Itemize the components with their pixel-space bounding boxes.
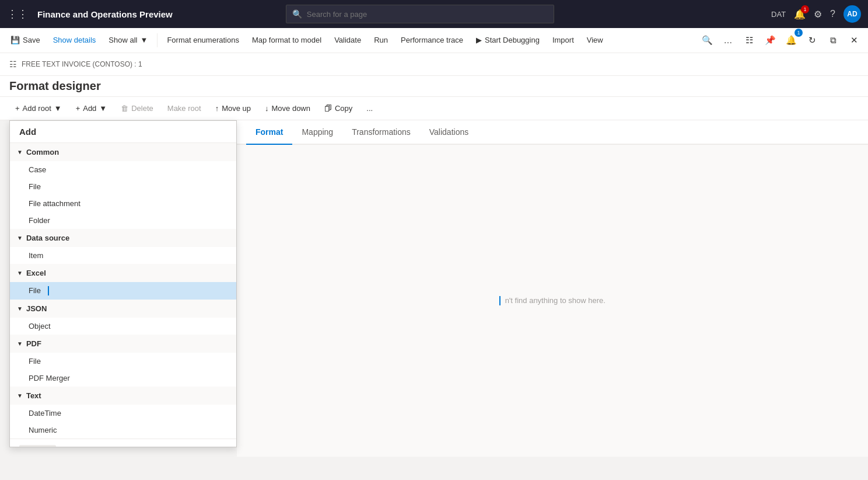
dropdown-footer: Add [10, 439, 236, 447]
section-text[interactable]: ▼ Text [10, 387, 236, 405]
search-input[interactable] [307, 10, 548, 19]
item-common-case[interactable]: Case [10, 161, 236, 178]
add-root-button[interactable]: + Add root ▼ [9, 100, 68, 116]
item-pdf-file[interactable]: File [10, 353, 236, 370]
chevron-pdf-icon: ▼ [17, 340, 23, 347]
item-json-object[interactable]: Object [10, 318, 236, 335]
item-pdf-merger[interactable]: PDF Merger [10, 370, 236, 387]
chevron-excel-icon: ▼ [17, 270, 23, 276]
refresh-icon-button[interactable]: ↻ [803, 31, 821, 50]
import-button[interactable]: Import [547, 32, 580, 48]
cmd-right-icons: 🔍 … ☷ 📌 🔔 1 ↻ ⧉ ✕ [698, 31, 863, 50]
dat-label: DAT [771, 10, 786, 19]
item-common-file-attachment[interactable]: File attachment [10, 195, 236, 212]
run-button[interactable]: Run [368, 32, 394, 48]
item-text-datetime[interactable]: DateTime [10, 405, 236, 422]
performance-trace-button[interactable]: Performance trace [395, 32, 469, 48]
add-dropdown: Add ▼ Common Case File File attachment F… [9, 120, 237, 447]
search-icon: 🔍 [292, 9, 302, 19]
tab-mapping[interactable]: Mapping [292, 120, 342, 145]
chevron-common-icon: ▼ [17, 149, 23, 155]
search-bar[interactable]: 🔍 [286, 5, 554, 23]
plus-icon-add: + [76, 104, 80, 113]
section-common[interactable]: ▼ Common [10, 143, 236, 161]
plus-icon-root: + [15, 104, 20, 113]
move-down-button[interactable]: ↓ Move down [259, 100, 316, 116]
dropdown-header: Add [10, 121, 236, 143]
tab-transformations[interactable]: Transformations [342, 120, 420, 145]
notif-icon-button[interactable]: 🔔 1 [782, 31, 800, 50]
chevron-add-icon: ▼ [99, 104, 107, 113]
trash-icon: 🗑 [121, 104, 128, 113]
item-datasource-item[interactable]: Item [10, 247, 236, 264]
section-excel[interactable]: ▼ Excel [10, 264, 236, 282]
format-enumerations-button[interactable]: Format enumerations [161, 32, 245, 48]
page-title: Format designer [9, 79, 859, 96]
tab-validations[interactable]: Validations [420, 120, 478, 145]
close-icon-button[interactable]: ✕ [845, 31, 863, 50]
arrow-up-icon: ↑ [215, 104, 219, 113]
arrow-down-icon: ↓ [265, 104, 269, 113]
notif-count-badge: 1 [794, 29, 803, 37]
save-icon: 💾 [10, 36, 20, 44]
tab-format[interactable]: Format [246, 120, 292, 145]
cursor-indicator [48, 286, 49, 295]
layout-wrapper: 💾 Save Show details Show all ▼ Format en… [0, 28, 868, 457]
chevron-json-icon: ▼ [17, 305, 23, 312]
tab-bar: Format Mapping Transformations Validatio… [237, 120, 868, 145]
separator-1 [157, 33, 158, 47]
section-pdf[interactable]: ▼ PDF [10, 335, 236, 353]
save-button[interactable]: 💾 Save [5, 32, 46, 48]
item-common-file[interactable]: File [10, 178, 236, 195]
help-icon[interactable]: ? [830, 9, 835, 19]
page-header: ☷ FREE TEXT INVOICE (CONTOSO) : 1 [0, 53, 868, 76]
start-debugging-button[interactable]: ▶ Start Debugging [470, 32, 545, 48]
chevron-datasource-icon: ▼ [17, 235, 23, 241]
breadcrumb: FREE TEXT INVOICE (CONTOSO) : 1 [22, 60, 142, 68]
chevron-text-icon: ▼ [17, 392, 23, 399]
empty-content: n't find anything to show here. [237, 145, 868, 457]
notification-badge: 1 [801, 5, 809, 13]
avatar[interactable]: AD [844, 5, 861, 23]
view-button[interactable]: View [581, 32, 609, 48]
chevron-root-icon: ▼ [54, 104, 62, 113]
pin-icon-button[interactable]: 📌 [761, 31, 779, 50]
copy-button[interactable]: 🗍 Copy [318, 100, 358, 116]
chevron-down-icon: ▼ [141, 36, 148, 44]
show-all-button[interactable]: Show all ▼ [103, 32, 153, 48]
map-format-button[interactable]: Map format to model [246, 32, 327, 48]
more-toolbar-button[interactable]: ... [360, 100, 379, 116]
move-up-button[interactable]: ↑ Move up [209, 100, 257, 116]
show-details-button[interactable]: Show details [47, 32, 102, 48]
delete-button[interactable]: 🗑 Delete [115, 100, 159, 116]
empty-message: n't find anything to show here. [499, 296, 606, 306]
designer-toolbar: + Add root ▼ + Add ▼ 🗑 Delete Make root … [0, 97, 868, 120]
add-footer-button[interactable]: Add [19, 445, 56, 447]
filter-icon[interactable]: ☷ [9, 60, 17, 69]
make-root-button[interactable]: Make root [162, 100, 207, 116]
expand-icon-button[interactable]: ⧉ [824, 31, 842, 50]
content-area: Add ▼ Common Case File File attachment F… [0, 120, 868, 457]
top-nav-right: DAT 🔔 1 ⚙ ? AD [771, 5, 861, 23]
command-bar: 💾 Save Show details Show all ▼ Format en… [0, 28, 868, 53]
cursor-blink [499, 296, 501, 305]
settings-icon[interactable]: ⚙ [814, 9, 822, 20]
grid-icon-button[interactable]: ☷ [740, 31, 758, 50]
notifications-icon[interactable]: 🔔 1 [794, 9, 806, 20]
item-text-numeric[interactable]: Numeric [10, 422, 236, 439]
search-icon-button[interactable]: 🔍 [698, 31, 716, 50]
item-excel-file[interactable]: File [10, 282, 236, 300]
copy-icon: 🗍 [324, 104, 332, 113]
more-options-button[interactable]: … [719, 31, 737, 50]
designer-title-row: Format designer [0, 76, 868, 97]
validate-button[interactable]: Validate [328, 32, 367, 48]
waffle-icon[interactable]: ⋮⋮ [7, 8, 28, 20]
item-common-folder[interactable]: Folder [10, 212, 236, 229]
section-json[interactable]: ▼ JSON [10, 300, 236, 318]
top-navigation: ⋮⋮ Finance and Operations Preview 🔍 DAT … [0, 0, 868, 28]
right-panel: Format Mapping Transformations Validatio… [237, 120, 868, 457]
app-title: Finance and Operations Preview [37, 9, 173, 19]
add-button[interactable]: + Add ▼ [70, 100, 113, 116]
section-data-source[interactable]: ▼ Data source [10, 229, 236, 247]
debug-icon: ▶ [476, 36, 482, 44]
